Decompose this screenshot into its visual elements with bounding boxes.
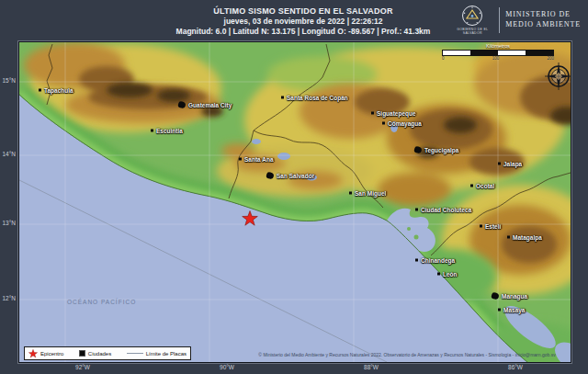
scale-bar-label: Kilómetros bbox=[442, 43, 554, 49]
legend-city-square-icon bbox=[79, 350, 85, 357]
city-marker-icon bbox=[507, 236, 510, 239]
city-marker-icon bbox=[415, 259, 418, 262]
city-label: San Salvador bbox=[277, 173, 314, 179]
city-san-salvador: San Salvador bbox=[266, 173, 314, 179]
city-label: Chinandega bbox=[421, 257, 455, 264]
legend: Epicentro Ciudades Límite de Placas bbox=[24, 346, 191, 360]
city-santa-ana: Santa Ana bbox=[239, 156, 274, 163]
city-matagalpa: Matagalpa bbox=[507, 234, 542, 241]
legend-plate-label: Límite de Placas bbox=[146, 351, 187, 357]
city-marker-icon bbox=[151, 130, 153, 132]
city-label: Matagalpa bbox=[513, 234, 542, 241]
legend-epicenter-star-icon bbox=[28, 349, 38, 358]
city-guatemala-city: Guatemala City bbox=[178, 102, 232, 108]
ministry-name: MINISTERIO DE MEDIO AMBIENTE bbox=[505, 10, 581, 29]
scale-tick-label: 0 bbox=[442, 56, 445, 61]
city-marker-icon bbox=[39, 89, 41, 92]
city-marker-icon bbox=[349, 192, 352, 195]
ocean-label: OCÉANO PACÍFICO bbox=[67, 299, 136, 305]
city-label: Ciudad Choluteca bbox=[421, 207, 471, 213]
ministry-logo: GOBIERNO DE EL SALVADOR MINISTERIO DE ME… bbox=[451, 5, 581, 35]
city-marker-icon bbox=[470, 185, 473, 187]
lon-tick-label: 86°W bbox=[502, 364, 529, 370]
city-marker-icon bbox=[437, 273, 440, 276]
government-label: GOBIERNO DE EL SALVADOR bbox=[451, 28, 493, 35]
ministry-name-line1: MINISTERIO DE bbox=[505, 10, 581, 20]
city-label: Managua bbox=[502, 293, 527, 300]
city-marker-icon bbox=[413, 146, 422, 154]
epicenter-star-icon bbox=[242, 210, 258, 227]
city-label: Santa Ana bbox=[244, 156, 274, 163]
legend-item-epicenter: Epicentro bbox=[28, 349, 63, 358]
city-label: Comayagua bbox=[388, 120, 422, 127]
city-marker-icon bbox=[281, 96, 284, 99]
city-chinandega: Chinandega bbox=[415, 257, 455, 264]
lat-tick-label: 15°N bbox=[0, 77, 16, 84]
scale-tick-label: 100 bbox=[492, 56, 500, 61]
city-siguatepeque: Siguatepeque bbox=[371, 110, 416, 117]
city-jalapa: Jalapa bbox=[498, 161, 522, 167]
city-marker-icon bbox=[177, 101, 186, 109]
city-label: Estelí bbox=[485, 223, 501, 230]
scale-bar-segments bbox=[442, 50, 554, 56]
ministry-name-line2: MEDIO AMBIENTE bbox=[505, 20, 581, 30]
city-label: San Miguel bbox=[355, 190, 386, 197]
logo-divider bbox=[499, 7, 500, 33]
city-label: Tapachula bbox=[44, 87, 74, 94]
city-comayagua: Comayagua bbox=[382, 120, 422, 127]
lon-tick-label: 90°W bbox=[213, 364, 241, 370]
credit-line: © Ministerio del Medio Ambiente y Recurs… bbox=[249, 352, 565, 357]
lat-tick-label: 14°N bbox=[0, 151, 16, 157]
city-label: Ocotal bbox=[476, 183, 494, 189]
government-emblem: GOBIERNO DE EL SALVADOR bbox=[451, 5, 493, 35]
city-label: Escuintla bbox=[156, 128, 183, 134]
city-tegucigalpa: Tegucigalpa bbox=[414, 147, 458, 153]
city-marker-icon bbox=[415, 209, 418, 211]
city-le-n: León bbox=[437, 271, 458, 278]
city-label: Siguatepeque bbox=[377, 110, 416, 117]
lat-tick-label: 13°N bbox=[0, 220, 16, 226]
legend-item-cities: Ciudades bbox=[79, 350, 111, 357]
city-masaya: Masaya bbox=[498, 307, 526, 313]
legend-epicenter-label: Epicentro bbox=[40, 351, 63, 357]
city-tapachula: Tapachula bbox=[39, 87, 74, 94]
city-label: Tegucigalpa bbox=[424, 147, 458, 153]
city-label: Guatemala City bbox=[188, 102, 232, 108]
scale-bar: Kilómetros 0100200 bbox=[442, 42, 554, 61]
lat-tick-label: 12°N bbox=[0, 295, 16, 301]
city-santa-rosa-de-cop-n: Santa Rosa de Copán bbox=[281, 95, 348, 101]
city-ocotal: Ocotal bbox=[470, 183, 494, 189]
city-marker-icon bbox=[266, 172, 274, 180]
coat-of-arms-icon bbox=[461, 5, 483, 27]
city-marker-icon bbox=[498, 163, 501, 165]
city-label: Jalapa bbox=[503, 161, 522, 167]
compass-rose-icon bbox=[543, 61, 571, 92]
city-san-miguel: San Miguel bbox=[349, 190, 386, 197]
city-labels-layer: TapachulaGuatemala CityEscuintlaSanta An… bbox=[19, 42, 571, 362]
city-estel-: Estelí bbox=[480, 223, 501, 230]
city-marker-icon bbox=[491, 292, 499, 300]
city-marker-icon bbox=[239, 158, 242, 161]
city-escuintla: Escuintla bbox=[151, 128, 183, 134]
legend-item-plate-boundary: Límite de Placas bbox=[127, 351, 187, 357]
city-ciudad-choluteca: Ciudad Choluteca bbox=[415, 207, 471, 213]
lon-tick-label: 88°W bbox=[357, 364, 385, 370]
map-area: TapachulaGuatemala CityEscuintlaSanta An… bbox=[18, 41, 571, 363]
legend-cities-label: Ciudades bbox=[88, 351, 111, 357]
bulletin-canvas: ÚLTIMO SISMO SENTIDO EN EL SALVADOR juev… bbox=[0, 0, 588, 374]
city-label: Santa Rosa de Copán bbox=[287, 95, 348, 101]
city-label: León bbox=[443, 271, 458, 278]
city-managua: Managua bbox=[492, 293, 527, 300]
city-marker-icon bbox=[382, 122, 385, 125]
legend-plate-line-icon bbox=[127, 353, 143, 354]
scale-bar-ticks: 0100200 bbox=[442, 56, 554, 61]
city-label: Masaya bbox=[503, 307, 526, 313]
city-marker-icon bbox=[480, 225, 482, 228]
city-marker-icon bbox=[371, 112, 374, 115]
city-marker-icon bbox=[498, 309, 501, 312]
lon-tick-label: 92°W bbox=[69, 364, 96, 370]
